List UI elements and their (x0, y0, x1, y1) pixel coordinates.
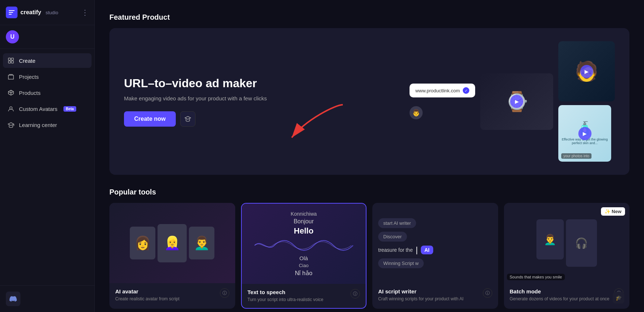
sidebar-item-products-label: Products (19, 90, 40, 96)
ai-script-desc: Craft winning scripts for your product w… (378, 296, 463, 302)
url-box: www.productlink.com ✓ (410, 84, 475, 97)
create-now-button[interactable]: Create now (124, 111, 176, 127)
sidebar-item-custom-avatars-label: Custom Avatars (19, 106, 58, 112)
logo-name: creatify (20, 9, 41, 16)
ai-avatar-desc: Create realistic avatar from script (115, 296, 179, 302)
url-col: www.productlink.com ✓ 👨 (410, 84, 475, 119)
batch-person-1: 👨‍🦱 (536, 219, 564, 259)
learning-icon (7, 121, 15, 128)
watch-thumbnail: ⌚ ▶ (480, 73, 553, 130)
sidebar-bottom (0, 285, 94, 312)
small-avatar-1: 👨 (410, 106, 423, 119)
wave-visual (249, 237, 359, 254)
avatar-face-2: 👱‍♀️ (158, 224, 187, 262)
sidebar-item-products[interactable]: Products (3, 85, 92, 100)
sidebar-item-create[interactable]: Create (3, 53, 92, 68)
play-button-man[interactable]: ▶ (580, 65, 593, 78)
url-check-icon: ✓ (463, 87, 469, 94)
svg-rect-4 (11, 58, 13, 60)
skincare-thumbnail: 🧴 Effective way to get the glowing perfe… (558, 105, 611, 162)
projects-icon (7, 73, 15, 80)
batch-desc: Generate dozens of videos for your produ… (510, 296, 610, 302)
sidebar-item-custom-avatars[interactable]: Custom Avatars Beta (3, 101, 92, 116)
new-badge: ✨ New (601, 207, 625, 216)
svg-rect-3 (8, 58, 11, 60)
ai-avatar-info: AI avatar Create realistic avatar from s… (115, 288, 179, 302)
small-avatars: 👨 (410, 106, 423, 119)
sidebar-item-learning-center[interactable]: Learning center (3, 118, 92, 132)
three-dots-icon[interactable]: ⋮ (81, 8, 89, 17)
create-icon (7, 57, 15, 64)
featured-right: www.productlink.com ✓ 👨 ⌚ ▶ 🔥 Hot 🧑 ▶ (410, 41, 615, 162)
sidebar-item-projects[interactable]: Projects (3, 69, 92, 84)
avatar: U (6, 30, 19, 43)
discord-button[interactable] (6, 292, 20, 306)
tts-name: Text to speech (248, 289, 323, 295)
beta-badge: Beta (63, 106, 77, 112)
sidebar-header: creatify studio ⋮ (0, 0, 94, 25)
cursor-icon: | (416, 245, 418, 255)
tts-desc: Turn your script into ultra-realistic vo… (248, 297, 323, 303)
tts-word-3: Hello (294, 226, 314, 236)
tool-card-ai-avatar[interactable]: 👩 👱‍♀️ 👨‍🦱 AI avatar Create realistic av… (109, 203, 235, 309)
tool-card-batch[interactable]: 👨‍🦱 🎧 Sounds that makes you smile ✨ New … (504, 203, 630, 309)
tts-word-2: Bonjour (294, 218, 314, 225)
popular-tools-title: Popular tools (109, 188, 629, 196)
ai-avatar-name: AI avatar (115, 288, 179, 294)
tts-word-1: Konnichiwa (291, 211, 317, 217)
play-button-skincare[interactable]: ▶ (578, 127, 591, 140)
featured-card: URL–to–video ad maker Make engaging vide… (109, 28, 629, 175)
tts-word-5: Ciao (299, 263, 309, 268)
script-chip-2: Discover (378, 232, 407, 242)
tool-card-ai-script[interactable]: start AI writer Discover treasure for th… (372, 203, 498, 309)
sidebar-item-create-label: Create (19, 58, 35, 64)
sidebar-item-projects-label: Projects (19, 74, 39, 80)
ai-script-arrow[interactable]: ⓘ (483, 288, 492, 298)
featured-actions: Create now (124, 111, 284, 127)
avatar-bg: 👩 👱‍♀️ 👨‍🦱 (109, 203, 235, 283)
script-chip-1: start AI writer (378, 218, 416, 228)
play-button-watch[interactable]: ▶ (510, 95, 523, 108)
ai-avatar-image: 👩 👱‍♀️ 👨‍🦱 (109, 203, 235, 283)
featured-desc: Make engaging video ads for your product… (124, 95, 284, 103)
script-chip-3: Winning Script w (378, 258, 424, 268)
ai-script-name: AI script writer (378, 288, 463, 294)
logo-sub: studio (46, 10, 58, 15)
batch-learn-icon[interactable]: 🎓 (613, 292, 624, 304)
batch-persons: 👨‍🦱 🎧 (536, 219, 597, 267)
ai-script-image: start AI writer Discover treasure for th… (372, 203, 498, 283)
right-col: 🔥 Hot 🧑 ▶ 🧴 Effective way to get the glo… (558, 41, 615, 162)
svg-rect-5 (8, 61, 11, 63)
tts-image: Konnichiwa Bonjour Hello Olà Ciao Nǐ hǎo (242, 204, 366, 284)
products-icon (7, 89, 15, 96)
ai-badge: AI (421, 246, 433, 254)
url-text: www.productlink.com (415, 88, 460, 93)
script-text: treasure for the (378, 247, 413, 253)
ai-avatar-bottom: AI avatar Create realistic avatar from s… (109, 283, 235, 307)
avatar-face-3: 👨‍🦱 (189, 227, 214, 259)
arrow-pointer (284, 101, 350, 146)
tts-bg: Konnichiwa Bonjour Hello Olà Ciao Nǐ hǎo (242, 204, 366, 284)
batch-bottom: Batch mode Generate dozens of videos for… (504, 283, 630, 307)
tts-arrow[interactable]: ⓘ (350, 289, 360, 298)
svg-rect-1 (9, 12, 13, 13)
script-ai-box: treasure for the | AI (378, 245, 433, 255)
tts-word-4: Olà (299, 255, 308, 261)
popular-tools-grid: 👩 👱‍♀️ 👨‍🦱 AI avatar Create realistic av… (109, 203, 629, 309)
batch-info: Batch mode Generate dozens of videos for… (510, 288, 610, 302)
svg-rect-2 (9, 14, 12, 15)
tts-word-6: Nǐ hǎo (295, 270, 313, 277)
ai-avatar-arrow[interactable]: ⓘ (220, 288, 229, 298)
sidebar-item-learning-label: Learning center (19, 122, 57, 128)
user-row: U (0, 25, 94, 49)
photos-label: your photos into (561, 153, 591, 159)
batch-label: Sounds that makes you smile (507, 274, 565, 280)
learn-button[interactable] (180, 111, 195, 127)
nav-menu: Create Projects Products (0, 49, 94, 285)
script-bg: start AI writer Discover treasure for th… (372, 203, 498, 283)
logo-icon (6, 7, 18, 18)
tool-card-tts[interactable]: Konnichiwa Bonjour Hello Olà Ciao Nǐ hǎo… (241, 203, 367, 309)
featured-section-title: Featured Product (109, 13, 629, 22)
featured-left: URL–to–video ad maker Make engaging vide… (124, 76, 284, 127)
avatar-face-1: 👩 (130, 227, 155, 259)
